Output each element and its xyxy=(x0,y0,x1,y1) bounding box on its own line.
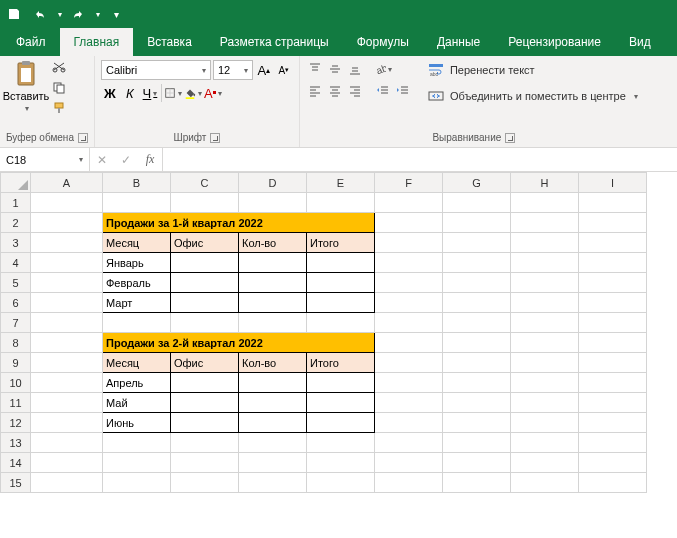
borders-button[interactable]: ▾ xyxy=(164,84,182,102)
cell[interactable] xyxy=(103,193,171,213)
cell[interactable] xyxy=(171,473,239,493)
tab-review[interactable]: Рецензирование xyxy=(494,28,615,56)
cell[interactable] xyxy=(375,373,443,393)
cell[interactable] xyxy=(579,373,647,393)
undo-icon[interactable] xyxy=(30,4,50,24)
row-header[interactable]: 3 xyxy=(1,233,31,253)
col-header[interactable]: I xyxy=(579,173,647,193)
cell[interactable] xyxy=(511,233,579,253)
cell[interactable] xyxy=(375,233,443,253)
cell[interactable] xyxy=(579,293,647,313)
table-cell[interactable] xyxy=(307,413,375,433)
row-header[interactable]: 1 xyxy=(1,193,31,213)
cell[interactable] xyxy=(443,453,511,473)
col-header[interactable]: B xyxy=(103,173,171,193)
cancel-formula-button[interactable]: ✕ xyxy=(90,153,114,167)
col-header[interactable]: D xyxy=(239,173,307,193)
cell[interactable] xyxy=(511,453,579,473)
table-title-cell[interactable]: Продажи за 1-й квартал 2022 xyxy=(103,213,375,233)
cell[interactable] xyxy=(375,393,443,413)
cell[interactable] xyxy=(239,313,307,333)
table-cell[interactable]: Январь xyxy=(103,253,171,273)
table-header-cell[interactable]: Офис xyxy=(171,353,239,373)
decrease-font-button[interactable]: A▾ xyxy=(275,61,293,79)
cell[interactable] xyxy=(579,393,647,413)
table-cell[interactable]: Февраль xyxy=(103,273,171,293)
cell[interactable] xyxy=(103,473,171,493)
row-header[interactable]: 9 xyxy=(1,353,31,373)
increase-indent-button[interactable] xyxy=(394,82,412,100)
cell[interactable] xyxy=(511,253,579,273)
cell[interactable] xyxy=(579,193,647,213)
decrease-indent-button[interactable] xyxy=(374,82,392,100)
formula-input[interactable] xyxy=(163,148,677,171)
cell[interactable] xyxy=(31,373,103,393)
cell[interactable] xyxy=(239,433,307,453)
cell[interactable] xyxy=(103,313,171,333)
fx-button[interactable]: fx xyxy=(138,152,162,167)
cell[interactable] xyxy=(31,313,103,333)
paste-dropdown-icon[interactable]: ▾ xyxy=(25,104,29,113)
cell[interactable] xyxy=(375,313,443,333)
cell[interactable] xyxy=(443,413,511,433)
cell[interactable] xyxy=(307,453,375,473)
align-bottom-button[interactable] xyxy=(346,60,364,78)
cell[interactable] xyxy=(579,273,647,293)
cut-button[interactable] xyxy=(50,60,68,76)
tab-file[interactable]: Файл xyxy=(2,28,60,56)
cell[interactable] xyxy=(31,453,103,473)
cell[interactable] xyxy=(31,413,103,433)
cell[interactable] xyxy=(31,293,103,313)
table-cell[interactable] xyxy=(171,393,239,413)
cell[interactable] xyxy=(511,333,579,353)
qat-customize-icon[interactable]: ▾ xyxy=(106,4,126,24)
underline-button[interactable]: Ч▾ xyxy=(141,84,159,102)
save-icon[interactable] xyxy=(4,4,24,24)
cell[interactable] xyxy=(375,433,443,453)
cell[interactable] xyxy=(31,353,103,373)
row-header[interactable]: 12 xyxy=(1,413,31,433)
cell[interactable] xyxy=(103,433,171,453)
cell[interactable] xyxy=(579,433,647,453)
cell[interactable] xyxy=(579,413,647,433)
row-header[interactable]: 11 xyxy=(1,393,31,413)
alignment-expand-icon[interactable] xyxy=(505,133,515,143)
cell[interactable] xyxy=(443,233,511,253)
table-header-cell[interactable]: Офис xyxy=(171,233,239,253)
cell[interactable] xyxy=(443,293,511,313)
table-cell[interactable] xyxy=(307,293,375,313)
align-center-button[interactable] xyxy=(326,82,344,100)
row-header[interactable]: 15 xyxy=(1,473,31,493)
col-header[interactable]: C xyxy=(171,173,239,193)
cell[interactable] xyxy=(171,193,239,213)
wrap-text-button[interactable]: abc Перенести текст xyxy=(424,60,642,80)
cell[interactable] xyxy=(579,313,647,333)
cell[interactable] xyxy=(239,453,307,473)
cell[interactable] xyxy=(511,413,579,433)
cell[interactable] xyxy=(511,393,579,413)
bold-button[interactable]: Ж xyxy=(101,84,119,102)
cell[interactable] xyxy=(375,253,443,273)
cell[interactable] xyxy=(443,473,511,493)
tab-layout[interactable]: Разметка страницы xyxy=(206,28,343,56)
cell[interactable] xyxy=(511,293,579,313)
cell[interactable] xyxy=(443,253,511,273)
name-box[interactable]: C18 ▾ xyxy=(0,148,90,171)
cell[interactable] xyxy=(511,213,579,233)
table-cell[interactable] xyxy=(239,393,307,413)
cell[interactable] xyxy=(443,273,511,293)
cell[interactable] xyxy=(31,273,103,293)
align-top-button[interactable] xyxy=(306,60,324,78)
chevron-down-icon[interactable]: ▾ xyxy=(79,155,83,164)
paste-button[interactable]: Вставить ▾ xyxy=(6,60,46,116)
cell[interactable] xyxy=(511,473,579,493)
cell[interactable] xyxy=(443,353,511,373)
cell[interactable] xyxy=(511,193,579,213)
row-header[interactable]: 14 xyxy=(1,453,31,473)
table-cell[interactable] xyxy=(239,253,307,273)
cell[interactable] xyxy=(511,353,579,373)
table-cell[interactable]: Апрель xyxy=(103,373,171,393)
clipboard-expand-icon[interactable] xyxy=(78,133,88,143)
cell[interactable] xyxy=(443,393,511,413)
tab-home[interactable]: Главная xyxy=(60,28,134,56)
